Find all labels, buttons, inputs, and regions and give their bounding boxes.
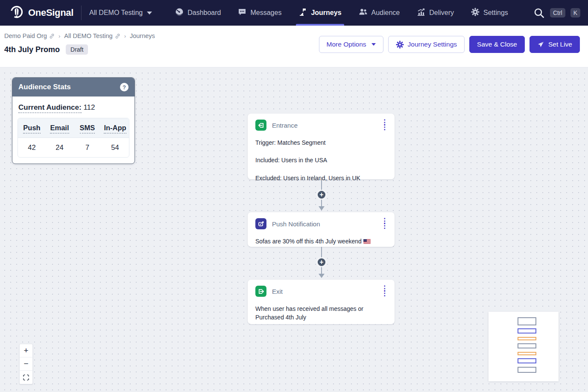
- journey-settings-button[interactable]: Journey Settings: [388, 36, 465, 53]
- entrance-node[interactable]: Entrance ⋮⋮ Trigger: Matches Segment Inc…: [248, 114, 395, 179]
- header-actions: More Options Journey Settings S: [319, 36, 580, 53]
- minimap[interactable]: [489, 312, 559, 381]
- journey-settings-label: Journey Settings: [408, 41, 457, 48]
- nav-divider: [81, 6, 82, 20]
- add-step-button[interactable]: +: [317, 190, 326, 199]
- node-title: Push Notification: [272, 220, 320, 228]
- breadcrumb-label: Demo Paid Org: [4, 32, 47, 39]
- column-header-inapp: In-App: [101, 118, 129, 137]
- kebab-menu-icon[interactable]: ⋮⋮: [381, 219, 388, 228]
- nav-item-messages[interactable]: Messages: [229, 0, 290, 26]
- gear-icon: [396, 41, 404, 49]
- value-email: 24: [46, 138, 73, 157]
- minimap-node: [518, 358, 536, 363]
- kbd-k: K: [570, 8, 580, 18]
- fit-view-button[interactable]: [20, 371, 32, 384]
- exit-condition-line: When user has received all messages or P…: [255, 304, 377, 322]
- zoom-in-button[interactable]: +: [20, 344, 32, 357]
- push-notification-node[interactable]: Push Notification ⋮⋮ Sofas are 30% off t…: [248, 212, 395, 247]
- nav-item-label: Messages: [250, 9, 281, 17]
- entrance-node-header: Entrance ⋮⋮: [248, 114, 395, 131]
- link-icon: [49, 33, 55, 39]
- exit-node-header: Exit ⋮⋮: [248, 280, 395, 297]
- entrance-icon: [255, 120, 266, 131]
- audience-stats-panel: Audience Stats ? Current Audience: 112 P…: [12, 77, 135, 164]
- help-icon[interactable]: ?: [120, 83, 129, 91]
- minimap-node: [518, 352, 536, 355]
- audience-stats-header: Audience Stats ?: [12, 78, 135, 97]
- gear-icon: [471, 8, 480, 18]
- exit-node-body: When user has received all messages or P…: [248, 297, 384, 322]
- entrance-node-body: Trigger: Matches Segment Included: Users…: [248, 131, 395, 182]
- breadcrumb-app[interactable]: All DEMO Testing: [64, 32, 120, 39]
- kebab-menu-icon[interactable]: ⋮⋮: [381, 120, 388, 129]
- nav-items: Dashboard Messages Journeys Audience Del…: [167, 0, 517, 26]
- current-audience: Current Audience: 112: [18, 103, 129, 112]
- nav-item-dashboard[interactable]: Dashboard: [167, 0, 229, 26]
- nav-item-label: Settings: [483, 9, 508, 17]
- arrow-down-icon: [319, 206, 325, 211]
- minimap-node: [518, 343, 536, 348]
- journey-canvas[interactable]: Audience Stats ? Current Audience: 112 P…: [0, 67, 588, 392]
- save-close-button[interactable]: Save & Close: [469, 36, 525, 53]
- brand-name: OneSignal: [28, 7, 73, 18]
- search-icon[interactable]: [533, 7, 545, 19]
- push-notification-icon: [255, 218, 266, 229]
- arrow-down-icon: [319, 274, 325, 278]
- add-step-button[interactable]: +: [317, 257, 326, 267]
- kebab-menu-icon[interactable]: ⋮⋮: [381, 287, 388, 295]
- more-options-button[interactable]: More Options: [319, 36, 383, 53]
- column-header-email: Email: [46, 118, 73, 137]
- zoom-controls: + −: [19, 344, 33, 384]
- link-icon: [115, 33, 120, 39]
- more-options-label: More Options: [327, 41, 366, 48]
- push-node-body: Sofas are 30% off this 4th July weekend: [248, 229, 395, 246]
- push-message-line: Sofas are 30% off this 4th July weekend: [255, 237, 387, 246]
- status-badge: Draft: [66, 44, 88, 55]
- table-header-row: Push Email SMS In-App: [18, 118, 129, 138]
- chat-bubble-icon: [238, 8, 246, 18]
- chevron-down-icon: [372, 43, 376, 46]
- onesignal-logo-icon: [9, 5, 24, 21]
- channel-stats-table: Push Email SMS In-App 42 24 7 54: [18, 118, 129, 158]
- nav-item-delivery[interactable]: Delivery: [408, 0, 462, 26]
- nav-item-journeys[interactable]: Journeys: [290, 0, 350, 26]
- exit-node[interactable]: Exit ⋮⋮ When user has received all messa…: [248, 280, 395, 324]
- set-live-button[interactable]: Set Live: [529, 36, 580, 53]
- exit-icon: [255, 286, 266, 297]
- value-push: 42: [18, 138, 46, 157]
- chart-arrow-icon: [417, 8, 425, 18]
- nav-item-audience[interactable]: Audience: [350, 0, 409, 26]
- breadcrumb-org[interactable]: Demo Paid Org: [4, 32, 55, 39]
- nav-item-label: Journeys: [311, 9, 341, 17]
- value-inapp: 54: [101, 138, 129, 157]
- current-audience-label: Current Audience:: [18, 103, 82, 113]
- nav-item-label: Audience: [372, 9, 400, 17]
- page-header: Demo Paid Org › All DEMO Testing › Journ…: [0, 26, 588, 67]
- push-node-header: Push Notification ⋮⋮: [248, 212, 395, 229]
- people-icon: [359, 8, 368, 18]
- trigger-line: Trigger: Matches Segment: [255, 138, 387, 147]
- breadcrumb-label: All DEMO Testing: [64, 32, 112, 39]
- nav-right: Ctrl K: [533, 7, 588, 19]
- nav-item-label: Dashboard: [187, 9, 221, 17]
- node-title: Entrance: [272, 122, 298, 129]
- zoom-out-button[interactable]: −: [20, 357, 32, 371]
- audience-stats-title: Audience Stats: [18, 83, 71, 91]
- included-line: Included: Users in the USA: [255, 156, 387, 164]
- minimap-node: [518, 337, 536, 340]
- nav-item-settings[interactable]: Settings: [462, 0, 517, 26]
- column-header-push: Push: [18, 118, 46, 137]
- app-selector-label: All DEMO Testing: [89, 9, 143, 17]
- title-row: 4th July Promo Draft: [4, 44, 88, 55]
- minimap-node: [518, 328, 536, 333]
- breadcrumb-journeys[interactable]: Journeys: [130, 32, 155, 39]
- paper-plane-icon: [537, 41, 544, 48]
- onesignal-logo[interactable]: OneSignal: [0, 5, 73, 21]
- page-title: 4th July Promo: [4, 45, 60, 54]
- breadcrumb: Demo Paid Org › All DEMO Testing › Journ…: [4, 32, 155, 39]
- app-selector-dropdown[interactable]: All DEMO Testing: [89, 9, 152, 17]
- fit-view-icon: [23, 374, 29, 380]
- value-sms: 7: [73, 138, 101, 157]
- nav-item-label: Delivery: [429, 9, 454, 17]
